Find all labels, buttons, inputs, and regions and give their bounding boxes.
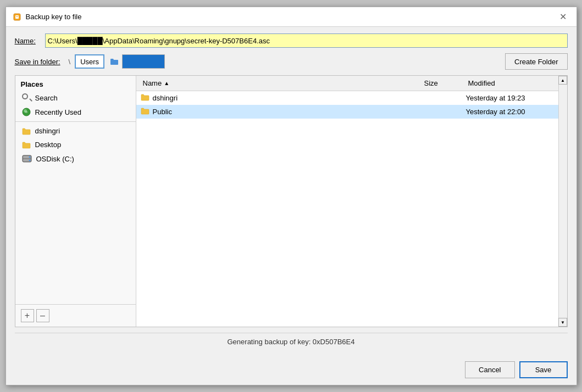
app-icon [13, 13, 21, 21]
sidebar-search-label: Search [35, 94, 58, 102]
column-name-label: Name [143, 79, 162, 87]
save-button[interactable]: Save [519, 361, 568, 378]
file-list-area: Name ▲ Size Modified [136, 76, 558, 327]
svg-rect-2 [16, 16, 18, 17]
file-modified: Yesterday at 19:23 [466, 94, 554, 102]
name-row: Name: [15, 33, 568, 48]
folder-icon-dshingri [22, 127, 31, 135]
sidebar-item-recently-used[interactable]: Recently Used [15, 105, 136, 119]
folder-icon-desktop [22, 141, 31, 149]
hdd-icon [22, 154, 32, 163]
sort-arrow: ▲ [164, 80, 169, 86]
column-size-header[interactable]: Size [422, 78, 466, 88]
dialog-body: Name: Save in folder: \ Users Create Fol… [6, 27, 577, 357]
add-place-button[interactable]: + [21, 309, 34, 322]
file-name: Public [153, 108, 172, 116]
save-in-label: Save in folder: [15, 58, 64, 66]
sidebar-header: Places [15, 76, 136, 91]
backup-key-dialog: Backup key to file ✕ Name: Save in folde… [5, 7, 577, 385]
sidebar: Places Search [15, 76, 136, 327]
sidebar-item-dshingri[interactable]: dshingri [15, 124, 136, 138]
file-list-header: Name ▲ Size Modified [136, 76, 558, 91]
file-name-cell: dshingri [141, 93, 422, 103]
folder-icon-file-public [141, 107, 149, 116]
main-area: Places Search [15, 75, 568, 327]
button-row: Cancel Save [6, 357, 577, 385]
cancel-button[interactable]: Cancel [465, 361, 514, 378]
folder-row: Save in folder: \ Users Create Folder [15, 53, 568, 70]
status-text: Generating backup of key: 0xD507B6E4 [228, 338, 355, 346]
scroll-up-button[interactable]: ▲ [558, 76, 567, 85]
blurred-name [127, 58, 160, 65]
remove-place-button[interactable]: – [36, 309, 49, 322]
name-input[interactable] [45, 33, 568, 48]
breadcrumb-sep: \ [68, 58, 72, 66]
sidebar-dshingri-label: dshingri [35, 127, 60, 135]
svg-point-9 [29, 160, 30, 161]
scrollbar[interactable]: ▲ ▼ [558, 76, 567, 327]
sidebar-item-search[interactable]: Search [15, 91, 136, 105]
sidebar-item-osdisk[interactable]: OSDisk (C:) [15, 152, 136, 166]
title-bar-left: Backup key to file [13, 13, 82, 21]
column-modified-header[interactable]: Modified [466, 78, 554, 88]
dialog-title: Backup key to file [26, 13, 82, 21]
scroll-down-button[interactable]: ▼ [558, 318, 567, 327]
sidebar-desktop-label: Desktop [35, 141, 62, 149]
table-row[interactable]: Public Yesterday at 22:00 [136, 105, 558, 119]
breadcrumb-folder-icon [110, 57, 119, 66]
title-bar: Backup key to file ✕ [6, 7, 577, 27]
sidebar-item-desktop[interactable]: Desktop [15, 138, 136, 152]
sidebar-divider [15, 121, 136, 122]
breadcrumb-sub-button[interactable] [122, 54, 165, 69]
close-button[interactable]: ✕ [557, 10, 570, 24]
create-folder-button[interactable]: Create Folder [505, 53, 567, 70]
file-name-cell: Public [141, 107, 422, 116]
sidebar-recently-used-label: Recently Used [35, 108, 82, 116]
file-list: dshingri Yesterday at 19:23 [136, 91, 558, 327]
sidebar-bottom: + – [15, 304, 136, 327]
file-modified: Yesterday at 22:00 [466, 108, 554, 116]
save-label: Save [535, 366, 552, 374]
folder-icon-file-dshingri [141, 93, 149, 103]
file-name: dshingri [153, 94, 178, 102]
table-row[interactable]: dshingri Yesterday at 19:23 [136, 91, 558, 105]
svg-point-10 [29, 156, 30, 158]
cancel-label: Cancel [479, 366, 501, 374]
recently-used-icon [22, 108, 31, 116]
sidebar-osdisk-label: OSDisk (C:) [36, 155, 74, 163]
status-bar: Generating backup of key: 0xD507B6E4 [15, 333, 568, 350]
column-name-header[interactable]: Name ▲ [141, 78, 422, 88]
search-icon [22, 93, 31, 102]
name-label: Name: [15, 37, 40, 45]
breadcrumb-users-button[interactable]: Users [75, 54, 104, 69]
